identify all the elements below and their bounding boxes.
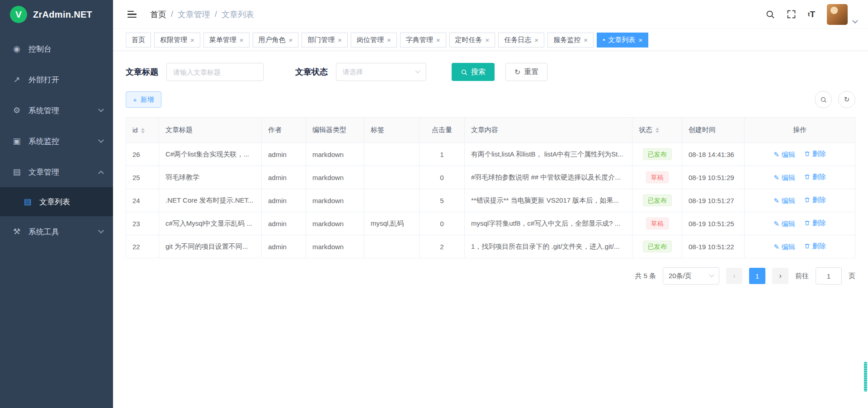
close-icon[interactable]: × — [638, 37, 642, 43]
cell-status: 已发布 — [632, 235, 682, 258]
article-title-input[interactable] — [166, 63, 264, 81]
table-toolbar: + 新增 ↻ — [126, 91, 855, 108]
cell-created: 08-19 10:51:29 — [682, 166, 745, 189]
close-icon[interactable]: × — [584, 37, 588, 43]
cell-author: admin — [262, 143, 306, 166]
edit-link[interactable]: ✎编辑 — [774, 197, 795, 205]
trash-icon — [804, 220, 810, 226]
delete-link[interactable]: 删除 — [804, 173, 826, 181]
tab-permission[interactable]: 权限管理 × — [154, 33, 200, 47]
document-icon: ▤ — [12, 167, 22, 177]
sidebar-item-label: 系统监控 — [28, 136, 92, 147]
search-button[interactable]: 搜索 — [452, 63, 495, 81]
cell-content: mysql字符集utf8，c#写入中文后，全部显示成? ... — [465, 212, 632, 235]
tab-service-monitor[interactable]: 服务监控 × — [547, 33, 594, 47]
edit-icon: ✎ — [774, 197, 779, 205]
tab-scheduled-task[interactable]: 定时任务 × — [449, 33, 495, 47]
cell-tags — [364, 143, 420, 166]
refresh-table-button[interactable]: ↻ — [838, 91, 855, 108]
fullscreen-icon[interactable] — [787, 9, 796, 19]
next-page-button[interactable]: › — [772, 268, 788, 284]
sidebar-item-article-list[interactable]: ▤ 文章列表 — [0, 187, 113, 216]
goto-page-input[interactable] — [816, 267, 842, 285]
cell-id: 23 — [126, 212, 159, 235]
column-header-id[interactable]: id — [126, 118, 159, 143]
breadcrumb-separator: / — [215, 9, 217, 19]
article-table: id 文章标题 作者 编辑器类型 标签 点击量 文章内容 状态 创建时间 操作 … — [126, 117, 855, 258]
tab-menu-admin[interactable]: 菜单管理 × — [203, 33, 250, 47]
toggle-search-button[interactable] — [815, 91, 832, 108]
add-button[interactable]: + 新增 — [126, 91, 161, 108]
delete-link[interactable]: 删除 — [804, 219, 826, 228]
top-header: 首页 / 文章管理 / 文章列表 tT — [113, 0, 868, 29]
tab-dictionary[interactable]: 字典管理 × — [400, 33, 446, 47]
page-number-1[interactable]: 1 — [749, 268, 765, 284]
close-icon[interactable]: × — [486, 37, 490, 43]
toolbar-right: ↻ — [815, 91, 855, 108]
sidebar-item-external-open[interactable]: ↗ 外部打开 — [0, 64, 113, 95]
cell-status: 草稿 — [632, 212, 682, 235]
edit-link[interactable]: ✎编辑 — [774, 220, 795, 228]
close-icon[interactable]: × — [387, 37, 391, 43]
breadcrumb-section[interactable]: 文章管理 — [178, 9, 210, 20]
tab-task-log[interactable]: 任务日志 × — [498, 33, 544, 47]
delete-link[interactable]: 删除 — [804, 196, 826, 204]
cell-actions: ✎编辑删除 — [745, 189, 855, 212]
avatar[interactable] — [827, 4, 848, 25]
page-size-select[interactable]: 20条/页 — [663, 267, 719, 285]
tab-department[interactable]: 部门管理 × — [302, 33, 348, 47]
search-icon[interactable] — [765, 9, 775, 19]
breadcrumb-home[interactable]: 首页 — [150, 9, 166, 20]
table-row: 25 羽毛球教学 admin markdown 0 #羽毛球拍参数说明 ## 中… — [126, 166, 855, 189]
main-area: 首页 / 文章管理 / 文章列表 tT 首页 权限管理 × 菜单管理 — [113, 0, 868, 408]
chevron-down-icon — [709, 272, 714, 277]
tab-article-list[interactable]: ● 文章列表 × — [597, 33, 648, 47]
tab-post[interactable]: 岗位管理 × — [351, 33, 397, 47]
column-header-status[interactable]: 状态 — [632, 118, 682, 143]
header-actions: tT — [765, 4, 857, 25]
goto-label: 前往 — [795, 272, 809, 280]
prev-page-button[interactable]: ‹ — [726, 268, 742, 284]
column-header-actions: 操作 — [745, 118, 855, 143]
sidebar-item-system-monitor[interactable]: ▣ 系统监控 — [0, 126, 113, 157]
close-icon[interactable]: × — [436, 37, 440, 43]
chevron-down-icon[interactable] — [852, 18, 858, 24]
font-size-icon[interactable]: tT — [808, 9, 815, 19]
close-icon[interactable]: × — [190, 37, 194, 43]
close-icon[interactable]: × — [534, 37, 538, 43]
sort-icon[interactable] — [656, 128, 659, 133]
cell-status: 已发布 — [632, 143, 682, 166]
active-dot-icon: ● — [603, 38, 605, 42]
pagination: 共 5 条 20条/页 ‹ 1 › 前往 页 — [126, 267, 855, 285]
tab-user-role[interactable]: 用户角色 × — [253, 33, 299, 47]
sidebar-item-system-tools[interactable]: ⚒ 系统工具 — [0, 216, 113, 247]
tab-home[interactable]: 首页 — [126, 33, 151, 47]
edit-link[interactable]: ✎编辑 — [774, 174, 795, 182]
cell-created: 08-19 10:51:25 — [682, 212, 745, 235]
close-icon[interactable]: × — [289, 37, 293, 43]
close-icon[interactable]: × — [338, 37, 342, 43]
edit-link[interactable]: ✎编辑 — [774, 151, 795, 159]
sort-icon[interactable] — [141, 128, 145, 133]
cell-tags — [364, 166, 420, 189]
cell-content: 1，找到项目所在目录下的 .git/文件夹，进入.git/... — [465, 235, 632, 258]
table-row: 26 C#两个list集合实现关联，... admin markdown 1 有… — [126, 143, 855, 166]
reset-button[interactable]: ↻ 重置 — [505, 63, 547, 81]
close-icon[interactable]: × — [240, 37, 244, 43]
article-status-select[interactable]: 请选择 — [336, 63, 426, 81]
delete-link[interactable]: 删除 — [804, 150, 826, 158]
sidebar-item-dashboard[interactable]: ◉ 控制台 — [0, 33, 113, 64]
edit-icon: ✎ — [774, 174, 779, 182]
edit-link[interactable]: ✎编辑 — [774, 243, 795, 251]
scrollbar-thumb[interactable] — [864, 362, 867, 392]
sidebar-item-article-admin[interactable]: ▤ 文章管理 — [0, 157, 113, 187]
edit-icon: ✎ — [774, 243, 779, 251]
breadcrumb-current: 文章列表 — [222, 9, 254, 20]
cell-title: .NET Core 发布时提示.NET... — [159, 189, 262, 212]
cell-status: 已发布 — [632, 189, 682, 212]
cell-editor: markdown — [306, 166, 364, 189]
collapse-sidebar-icon[interactable] — [126, 8, 138, 21]
chevron-down-icon — [98, 106, 104, 112]
sidebar-item-system-admin[interactable]: ⚙ 系统管理 — [0, 95, 113, 126]
delete-link[interactable]: 删除 — [804, 242, 826, 251]
